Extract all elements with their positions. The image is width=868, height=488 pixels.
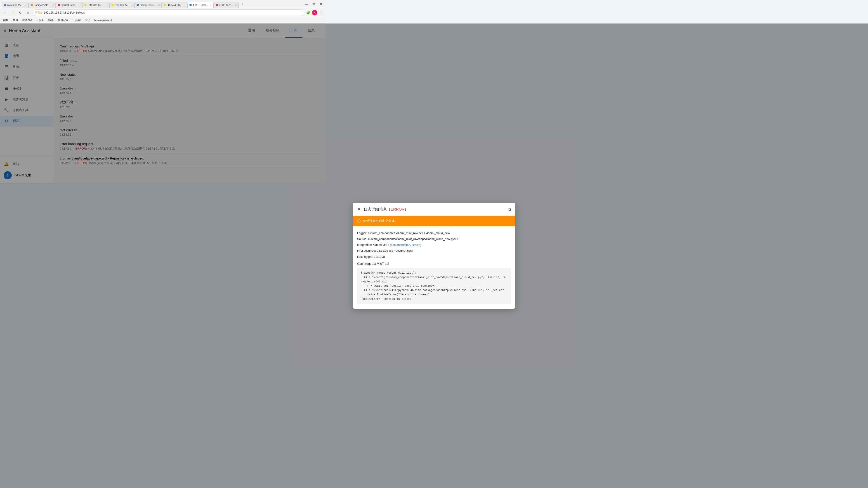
browser-tab-t7[interactable]: 【HA入门系...✕ (162, 2, 187, 8)
new-tab-button[interactable]: + (240, 1, 246, 7)
restore-button[interactable]: ⧉ (311, 1, 316, 7)
browser-toolbar: ← → ↻ ⌂ 不安全 192.168.194.234:8123/config/… (0, 8, 326, 17)
back-button[interactable]: ← (2, 9, 8, 16)
bookmark-云服务[interactable]: 云服务 (35, 18, 45, 23)
security-warning: 不安全 (35, 11, 42, 14)
modal-overlay: ✕ 日志详细信息（ERROR） ⧉ ⬡ 此错误来自自定义集成。 Logger: … (0, 24, 326, 183)
bookmark-影视[interactable]: 影视 (47, 18, 55, 23)
browser-tab-t1[interactable]: Welcome My...✕ (2, 2, 29, 8)
address-bar[interactable]: 不安全 192.168.194.234:8123/config/logs (33, 9, 304, 16)
browser-tab-t5[interactable]: 小米家全系...✕ (110, 2, 134, 8)
bookmark-学习记录[interactable]: 学习记录 (56, 18, 70, 23)
browser-tab-t2[interactable]: HomeAssista...✕ (29, 2, 56, 8)
more-options-icon[interactable]: ⋮ (318, 10, 324, 15)
bookmark-工具站[interactable]: 工具站 (71, 18, 82, 23)
minimize-button[interactable]: — (304, 1, 309, 7)
extensions-icon[interactable]: 🧩 (306, 10, 311, 15)
toolbar-icons: 🧩 A ⋮ (306, 10, 324, 15)
tab-bar: Welcome My...✕HomeAssista...✕request_mio… (2, 0, 239, 8)
close-window-button[interactable]: ✕ (318, 1, 324, 7)
bookmark-homeassistant[interactable]: homeassistant (93, 18, 113, 22)
bookmarks-bar: 翻墙学习群晖nas云服务影视学习记录工具站BBShomeassistant (0, 17, 326, 24)
bookmark-学习[interactable]: 学习 (11, 18, 20, 23)
forward-button[interactable]: → (9, 9, 16, 16)
browser-tab-t8[interactable]: 配置 - Home...✕ (187, 2, 214, 8)
browser-tab-t4[interactable]: 【持续更新优...✕ (82, 2, 110, 8)
browser-tab-t9[interactable]: 识别不出主...✕ (214, 2, 239, 8)
browser-tab-t3[interactable]: request_miot...✕ (56, 2, 83, 8)
bookmark-BBS[interactable]: BBS (84, 18, 92, 22)
profile-icon[interactable]: A (312, 10, 317, 15)
address-text: 192.168.194.234:8123/config/logs (44, 11, 85, 14)
browser-tab-t6[interactable]: Xiaomi Router...✕ (134, 2, 162, 8)
bookmark-翻墙[interactable]: 翻墙 (2, 18, 10, 23)
bookmark-群晖nas[interactable]: 群晖nas (21, 18, 33, 23)
browser-titlebar: Welcome My...✕HomeAssista...✕request_mio… (0, 0, 326, 8)
reload-button[interactable]: ↻ (17, 9, 24, 16)
home-button[interactable]: ⌂ (25, 9, 31, 16)
